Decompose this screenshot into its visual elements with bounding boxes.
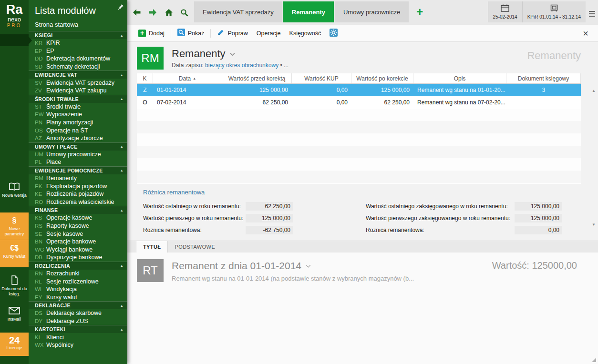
sidebar-item-db[interactable]: DBDyspozycje bankowe <box>29 253 127 262</box>
page-title[interactable]: Remanenty <box>172 48 289 60</box>
rail-item-nowe-parametry[interactable]: § Nowe parametry <box>0 212 29 240</box>
tab-remanenty[interactable]: Remanenty <box>283 1 334 22</box>
sidebar-item-ro[interactable]: RORozliczenia właścicielskie <box>29 198 127 206</box>
sidebar-item-ek[interactable]: EKEksploatacja pojazdów <box>29 182 127 190</box>
period-selector-button[interactable]: KPiR 01.01.14 - 31.12.14 <box>522 1 586 22</box>
col-header-wartosc-kup[interactable]: Wartość KUP <box>292 73 351 83</box>
sidebar-item-kl[interactable]: KLKlienci <box>29 333 127 341</box>
sidebar-item-ds[interactable]: DSDeklaracje skarbowe <box>29 309 127 317</box>
menu-icon[interactable] <box>586 1 598 25</box>
table-row[interactable]: Z 01-01-2014 125 000,00 0,00 125 000,00 … <box>137 84 581 96</box>
col-header-wartosc-po[interactable]: Wartość po korekcie <box>351 73 413 83</box>
summary-value-field[interactable]: 125 000,00 <box>246 214 293 222</box>
col-header-data[interactable]: Data▲ <box>153 73 222 83</box>
scroll-down-icon[interactable]: ▼ <box>592 222 596 227</box>
sidebar-item-rl[interactable]: RLSesje rozliczeniowe <box>29 277 127 285</box>
topbar-right-group: 25-02-2014 KPiR 01.01.14 - 31.12.14 <box>488 0 598 25</box>
back-icon[interactable] <box>132 9 141 16</box>
summary-value-field[interactable]: -62 750,00 <box>246 226 293 234</box>
sidebar-item-um[interactable]: UMUmowy pracownicze <box>29 151 127 159</box>
module-label: Rozrachunki <box>46 270 79 277</box>
search-icon[interactable] <box>180 9 188 17</box>
operacje-button[interactable]: Operacje <box>252 28 285 39</box>
sidebar-item-kr[interactable]: KRKPiR <box>29 39 127 47</box>
home-icon[interactable] <box>165 9 173 16</box>
sidebar-section-header[interactable]: UMOWY I PŁACE▲ <box>29 142 127 151</box>
col-header-wartosc-przed[interactable]: Wartość przed korektą <box>222 73 292 83</box>
sidebar-item-pl[interactable]: PLPłace <box>29 158 127 166</box>
module-label: Plany amortyzacji <box>46 119 93 126</box>
vertical-scrollbar[interactable]: ▲ ▼ <box>590 89 597 227</box>
module-badge[interactable]: RM <box>137 47 164 70</box>
forward-icon[interactable] <box>148 9 157 16</box>
sidebar-item-zv[interactable]: ZVEwidencja VAT zakupu <box>29 87 127 95</box>
dodaj-button[interactable]: + Dodaj <box>134 28 169 39</box>
sidebar-item-az[interactable]: AZAmortyzacje zbiorcze <box>29 134 127 142</box>
collapse-arrow-icon: ▲ <box>120 34 124 37</box>
sidebar-item-sv[interactable]: SVEwidencja VAT sprzedaży <box>29 79 127 87</box>
sidebar-item-wi[interactable]: WIWindykacja <box>29 285 127 293</box>
table-row[interactable]: O 07-02-2014 62 250,00 0,00 62 250,00 Re… <box>137 96 581 109</box>
sidebar-item-se[interactable]: SESesje kasowe <box>29 230 127 238</box>
settings-button[interactable] <box>325 27 342 40</box>
summary-value-field[interactable]: 62 250,00 <box>246 202 293 211</box>
sidebar-section-header[interactable]: EWIDENCJE POMOCNICZE▲ <box>29 166 127 174</box>
rail-item-kursy-walut[interactable]: €$ Kursy walut <box>0 240 29 267</box>
detail-title[interactable]: Remanent z dnia 01-01-2014 <box>172 260 310 272</box>
detail-tab-tytul[interactable]: TYTUŁ <box>136 241 168 253</box>
rail-item-licencje[interactable]: 24 Licencje <box>0 333 29 356</box>
summary-value-field[interactable]: 0,00 <box>515 226 562 234</box>
scroll-up-icon[interactable]: ▲ <box>592 89 596 93</box>
sidebar-item-rs[interactable]: RSRaporty kasowe <box>29 222 127 230</box>
sidebar-item-sd[interactable]: SDSchematy dekretacji <box>29 63 127 71</box>
popraw-button[interactable]: Popraw <box>213 27 252 40</box>
sidebar-item-ey[interactable]: EYKursy walut <box>29 293 127 301</box>
sidebar-section-header[interactable]: FINANSE▲ <box>29 206 127 214</box>
sidebar-item-rn[interactable]: RNRozrachunki <box>29 270 127 278</box>
summary-value-field[interactable]: 125 000,00 <box>515 214 562 222</box>
sidebar-item-rm[interactable]: RMRemanenty <box>29 174 127 182</box>
pin-icon[interactable] <box>118 3 124 12</box>
rail-item-dokument-do-ksieg[interactable]: Dokument do księg. <box>0 273 29 299</box>
detail-tab-podstawowe[interactable]: PODSTAWOWE <box>168 241 222 253</box>
sidebar-section-header[interactable]: ROZLICZENIA▲ <box>29 262 127 270</box>
col-header-opis[interactable]: Opis <box>413 73 506 83</box>
sidebar-item-os[interactable]: OSOperacje na ŚT <box>29 126 127 134</box>
period-link[interactable]: bieżący okres obrachunkowy <box>205 62 278 69</box>
sidebar-item-dd[interactable]: DDDekretacja dokumentów <box>29 55 127 63</box>
summary-value-field[interactable]: 125 000,00 <box>515 202 562 211</box>
sidebar-item-ep[interactable]: EPEP <box>29 47 127 55</box>
sidebar-section-header[interactable]: KSIĘGI▲ <box>29 31 127 39</box>
date-selector-button[interactable]: 25-02-2014 <box>488 1 522 22</box>
cell-dokument: 3 <box>506 87 581 93</box>
close-icon[interactable]: × <box>580 29 591 38</box>
sidebar-section-header[interactable]: KARTOTEKI▲ <box>29 325 127 333</box>
sidebar-section-header[interactable]: ŚRODKI TRWAŁE▲ <box>29 95 127 103</box>
sidebar-section-header[interactable]: DEKLARACJE▲ <box>29 301 127 309</box>
main-column: Ewidencja VAT sprzedaży Remanenty Umowy … <box>127 0 598 364</box>
sidebar-item-wg[interactable]: WGWyciągi bankowe <box>29 245 127 253</box>
rail-item-nowa-wersja[interactable]: Nowa wersja <box>0 179 29 204</box>
new-tab-button[interactable]: + <box>409 1 431 22</box>
sidebar-item-ke[interactable]: KERozliczenia pojazdów <box>29 190 127 198</box>
sidebar-item-st[interactable]: STŚrodki trwałe <box>29 103 127 111</box>
sidebar-item-pn[interactable]: PNPlany amortyzacji <box>29 119 127 127</box>
rail-item-label: Nowe parametry <box>0 226 29 237</box>
rail-item-insmail[interactable]: InsMail <box>0 303 29 328</box>
sidebar-item-ew[interactable]: EWWyposażenie <box>29 111 127 119</box>
app-logo[interactable]: Ra nexo PRO <box>0 0 29 28</box>
tab-ewidencja-vat-sprzedazy[interactable]: Ewidencja VAT sprzedaży <box>194 1 282 22</box>
ksiegowosc-button[interactable]: Księgowość <box>285 28 326 39</box>
sidebar-section-header[interactable]: EWIDENCJE VAT▲ <box>29 71 127 79</box>
sidebar-item-wx[interactable]: WXWspólnicy <box>29 341 127 349</box>
sidebar-item-ks[interactable]: KSOperacje kasowe <box>29 214 127 222</box>
sidebar-item-bn[interactable]: BNOperacje bankowe <box>29 238 127 246</box>
resize-handle[interactable] <box>592 358 596 362</box>
tab-umowy-pracownicze[interactable]: Umowy pracownicze <box>335 1 409 22</box>
sidebar-item-dy[interactable]: DYDeklaracje ZUS <box>29 317 127 325</box>
sidebar-item-strona-startowa[interactable]: Strona startowa <box>29 20 127 31</box>
section-name: ŚRODKI TRWAŁE <box>35 96 79 102</box>
col-header-k[interactable]: K <box>137 73 153 83</box>
pokaz-button[interactable]: Pokaż <box>173 27 209 40</box>
col-header-dokument[interactable]: Dokument księgowy <box>506 73 581 83</box>
